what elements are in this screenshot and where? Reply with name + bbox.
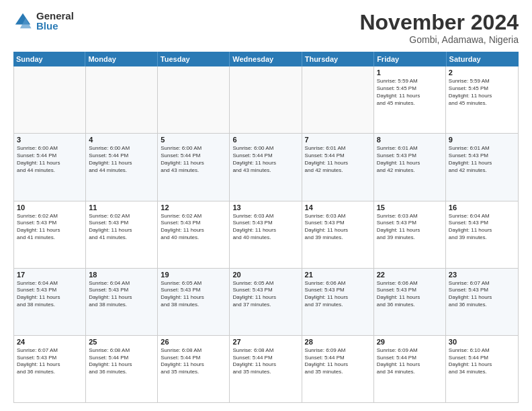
day-info: Sunrise: 6:05 AM Sunset: 5:43 PM Dayligh…	[161, 280, 226, 309]
day-number: 17	[17, 271, 83, 279]
logo-general: General	[36, 11, 74, 21]
calendar-cell-19: 19Sunrise: 6:05 AM Sunset: 5:43 PM Dayli…	[158, 269, 230, 335]
calendar-cell-11: 11Sunrise: 6:02 AM Sunset: 5:43 PM Dayli…	[86, 201, 158, 268]
day-number: 9	[449, 136, 515, 144]
day-number: 5	[161, 136, 226, 144]
calendar-row-0: 1Sunrise: 5:59 AM Sunset: 5:45 PM Daylig…	[14, 66, 518, 134]
day-info: Sunrise: 6:08 AM Sunset: 5:44 PM Dayligh…	[89, 347, 154, 376]
header: General Blue November 2024 Gombi, Adamaw…	[13, 11, 519, 45]
day-info: Sunrise: 6:06 AM Sunset: 5:43 PM Dayligh…	[305, 280, 371, 309]
day-number: 11	[89, 203, 154, 212]
calendar-cell-28: 28Sunrise: 6:09 AM Sunset: 5:44 PM Dayli…	[302, 336, 374, 402]
day-info: Sunrise: 6:07 AM Sunset: 5:43 PM Dayligh…	[449, 280, 515, 309]
day-number: 29	[377, 338, 443, 346]
calendar-cell-30: 30Sunrise: 6:10 AM Sunset: 5:44 PM Dayli…	[446, 336, 518, 402]
day-info: Sunrise: 6:08 AM Sunset: 5:44 PM Dayligh…	[161, 347, 226, 376]
header-cell-thursday: Thursday	[302, 52, 374, 66]
day-info: Sunrise: 6:10 AM Sunset: 5:44 PM Dayligh…	[449, 347, 515, 376]
day-info: Sunrise: 6:07 AM Sunset: 5:43 PM Dayligh…	[17, 347, 83, 376]
calendar-cell-empty	[158, 66, 230, 133]
day-info: Sunrise: 6:04 AM Sunset: 5:43 PM Dayligh…	[89, 280, 154, 309]
logo-blue: Blue	[36, 21, 74, 31]
day-number: 12	[161, 203, 226, 212]
calendar-cell-empty	[14, 66, 86, 133]
location: Gombi, Adamawa, Nigeria	[359, 34, 519, 45]
calendar-cell-20: 20Sunrise: 6:05 AM Sunset: 5:43 PM Dayli…	[230, 269, 302, 335]
calendar-cell-27: 27Sunrise: 6:08 AM Sunset: 5:44 PM Dayli…	[230, 336, 302, 402]
calendar-cell-26: 26Sunrise: 6:08 AM Sunset: 5:44 PM Dayli…	[158, 336, 230, 402]
day-number: 14	[305, 203, 371, 212]
day-number: 23	[449, 271, 515, 279]
day-number: 24	[17, 338, 83, 346]
logo-text: General Blue	[36, 11, 74, 31]
day-number: 25	[89, 338, 154, 346]
calendar-cell-25: 25Sunrise: 6:08 AM Sunset: 5:44 PM Dayli…	[86, 336, 158, 402]
calendar-cell-12: 12Sunrise: 6:02 AM Sunset: 5:43 PM Dayli…	[158, 201, 230, 268]
calendar-cell-empty	[86, 66, 158, 133]
day-number: 8	[377, 136, 443, 144]
calendar-cell-8: 8Sunrise: 6:01 AM Sunset: 5:43 PM Daylig…	[374, 134, 446, 200]
calendar-cell-18: 18Sunrise: 6:04 AM Sunset: 5:43 PM Dayli…	[86, 269, 158, 335]
calendar-cell-13: 13Sunrise: 6:03 AM Sunset: 5:43 PM Dayli…	[230, 201, 302, 268]
calendar-cell-7: 7Sunrise: 6:01 AM Sunset: 5:44 PM Daylig…	[302, 134, 374, 200]
header-cell-friday: Friday	[374, 52, 446, 66]
calendar-cell-10: 10Sunrise: 6:02 AM Sunset: 5:43 PM Dayli…	[14, 201, 86, 268]
day-number: 1	[377, 68, 443, 77]
day-info: Sunrise: 6:09 AM Sunset: 5:44 PM Dayligh…	[377, 347, 443, 376]
header-cell-sunday: Sunday	[13, 52, 85, 66]
calendar-row-2: 10Sunrise: 6:02 AM Sunset: 5:43 PM Dayli…	[14, 201, 518, 269]
logo-icon	[13, 11, 32, 30]
day-number: 22	[377, 271, 443, 279]
day-info: Sunrise: 6:06 AM Sunset: 5:43 PM Dayligh…	[377, 280, 443, 309]
day-info: Sunrise: 6:02 AM Sunset: 5:43 PM Dayligh…	[161, 213, 226, 242]
day-number: 3	[17, 136, 83, 144]
calendar-cell-empty	[302, 66, 374, 133]
calendar-cell-14: 14Sunrise: 6:03 AM Sunset: 5:43 PM Dayli…	[302, 201, 374, 268]
day-number: 2	[449, 68, 515, 77]
day-number: 7	[305, 136, 371, 144]
calendar-cell-17: 17Sunrise: 6:04 AM Sunset: 5:43 PM Dayli…	[14, 269, 86, 335]
day-info: Sunrise: 6:05 AM Sunset: 5:43 PM Dayligh…	[232, 280, 298, 309]
day-info: Sunrise: 6:01 AM Sunset: 5:43 PM Dayligh…	[449, 145, 515, 174]
day-info: Sunrise: 6:04 AM Sunset: 5:43 PM Dayligh…	[449, 213, 515, 242]
day-number: 18	[89, 271, 154, 279]
calendar-row-1: 3Sunrise: 6:00 AM Sunset: 5:44 PM Daylig…	[14, 134, 518, 201]
day-info: Sunrise: 6:03 AM Sunset: 5:43 PM Dayligh…	[377, 213, 443, 242]
day-number: 30	[449, 338, 515, 346]
month-title: November 2024	[359, 11, 519, 34]
calendar-cell-29: 29Sunrise: 6:09 AM Sunset: 5:44 PM Dayli…	[374, 336, 446, 402]
calendar: SundayMondayTuesdayWednesdayThursdayFrid…	[13, 52, 519, 403]
calendar-cell-2: 2Sunrise: 5:59 AM Sunset: 5:45 PM Daylig…	[446, 66, 518, 133]
calendar-cell-23: 23Sunrise: 6:07 AM Sunset: 5:43 PM Dayli…	[446, 269, 518, 335]
day-info: Sunrise: 6:02 AM Sunset: 5:43 PM Dayligh…	[17, 213, 83, 242]
calendar-cell-24: 24Sunrise: 6:07 AM Sunset: 5:43 PM Dayli…	[14, 336, 86, 402]
title-block: November 2024 Gombi, Adamawa, Nigeria	[359, 11, 519, 45]
day-info: Sunrise: 5:59 AM Sunset: 5:45 PM Dayligh…	[449, 78, 515, 107]
day-info: Sunrise: 5:59 AM Sunset: 5:45 PM Dayligh…	[377, 78, 443, 107]
calendar-cell-16: 16Sunrise: 6:04 AM Sunset: 5:43 PM Dayli…	[446, 201, 518, 268]
day-info: Sunrise: 6:03 AM Sunset: 5:43 PM Dayligh…	[232, 213, 298, 242]
calendar-cell-5: 5Sunrise: 6:00 AM Sunset: 5:44 PM Daylig…	[158, 134, 230, 200]
day-info: Sunrise: 6:00 AM Sunset: 5:44 PM Dayligh…	[89, 145, 154, 174]
calendar-header: SundayMondayTuesdayWednesdayThursdayFrid…	[13, 52, 519, 66]
day-info: Sunrise: 6:01 AM Sunset: 5:44 PM Dayligh…	[305, 145, 371, 174]
header-cell-wednesday: Wednesday	[230, 52, 302, 66]
day-number: 13	[232, 203, 298, 212]
calendar-body: 1Sunrise: 5:59 AM Sunset: 5:45 PM Daylig…	[13, 66, 519, 403]
calendar-cell-9: 9Sunrise: 6:01 AM Sunset: 5:43 PM Daylig…	[446, 134, 518, 200]
calendar-cell-empty	[230, 66, 302, 133]
header-cell-monday: Monday	[85, 52, 157, 66]
day-number: 6	[232, 136, 298, 144]
header-cell-tuesday: Tuesday	[158, 52, 230, 66]
calendar-cell-3: 3Sunrise: 6:00 AM Sunset: 5:44 PM Daylig…	[14, 134, 86, 200]
day-info: Sunrise: 6:00 AM Sunset: 5:44 PM Dayligh…	[17, 145, 83, 174]
day-info: Sunrise: 6:08 AM Sunset: 5:44 PM Dayligh…	[232, 347, 298, 376]
logo: General Blue	[13, 11, 74, 31]
calendar-cell-21: 21Sunrise: 6:06 AM Sunset: 5:43 PM Dayli…	[302, 269, 374, 335]
day-number: 15	[377, 203, 443, 212]
calendar-cell-15: 15Sunrise: 6:03 AM Sunset: 5:43 PM Dayli…	[374, 201, 446, 268]
calendar-row-4: 24Sunrise: 6:07 AM Sunset: 5:43 PM Dayli…	[14, 336, 518, 402]
calendar-cell-6: 6Sunrise: 6:00 AM Sunset: 5:44 PM Daylig…	[230, 134, 302, 200]
day-number: 21	[305, 271, 371, 279]
day-info: Sunrise: 6:04 AM Sunset: 5:43 PM Dayligh…	[17, 280, 83, 309]
